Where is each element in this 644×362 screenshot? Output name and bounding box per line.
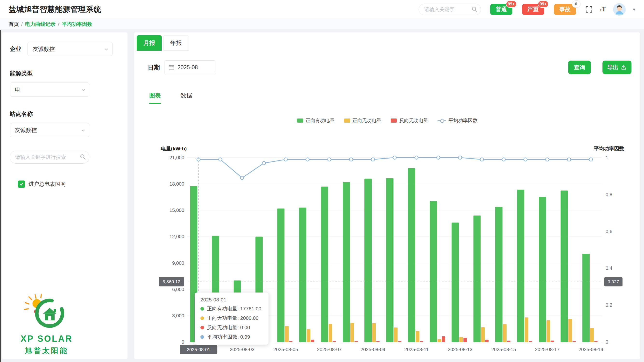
bar-正向无功电量[interactable] bbox=[285, 326, 288, 342]
tab-chart-view[interactable]: 图表 bbox=[149, 92, 161, 104]
bar-反向无功电量[interactable] bbox=[354, 341, 358, 342]
bar-反向无功电量[interactable] bbox=[333, 341, 336, 342]
line-marker[interactable] bbox=[284, 158, 287, 161]
line-marker[interactable] bbox=[436, 156, 440, 159]
bar-反向无功电量[interactable] bbox=[572, 341, 576, 342]
date-label: 日期 bbox=[148, 63, 160, 71]
bar-正向无功电量[interactable] bbox=[481, 327, 485, 342]
line-marker[interactable] bbox=[218, 158, 222, 161]
bar-反向无功电量[interactable] bbox=[398, 341, 402, 342]
bar-反向无功电量[interactable] bbox=[420, 341, 423, 342]
bar-反向无功电量[interactable] bbox=[376, 341, 380, 342]
avatar[interactable] bbox=[613, 3, 626, 16]
export-button[interactable]: 导出 bbox=[602, 60, 632, 74]
x-axis-tick: 2025-08-13 bbox=[448, 347, 472, 352]
bar-反向无功电量[interactable] bbox=[485, 340, 489, 342]
line-marker[interactable] bbox=[262, 161, 266, 165]
breadcrumb-home[interactable]: 首页 bbox=[9, 21, 19, 27]
line-marker[interactable] bbox=[393, 156, 396, 159]
line-marker[interactable] bbox=[306, 158, 309, 161]
bar-正向有功电量[interactable] bbox=[408, 168, 415, 342]
date-picker[interactable]: 2025-08 bbox=[164, 60, 216, 74]
tab-yearly-report[interactable]: 年报 bbox=[163, 35, 189, 51]
bar-正向无功电量[interactable] bbox=[503, 324, 506, 342]
bar-正向无功电量[interactable] bbox=[350, 323, 354, 342]
export-icon bbox=[621, 64, 626, 70]
tab-data-view[interactable]: 数据 bbox=[180, 92, 192, 104]
bar-正向无功电量[interactable] bbox=[394, 328, 398, 342]
line-marker[interactable] bbox=[328, 158, 331, 161]
alarm-severe-label: 严重 bbox=[528, 5, 539, 13]
bar-正向有功电量[interactable] bbox=[495, 207, 502, 342]
line-marker[interactable] bbox=[502, 158, 506, 161]
alarm-normal-button[interactable]: 普通 99+ bbox=[490, 4, 512, 15]
line-marker[interactable] bbox=[350, 158, 353, 161]
legend-item[interactable]: 正向无功电量 bbox=[344, 117, 382, 124]
bar-正向无功电量[interactable] bbox=[329, 324, 332, 342]
alarm-accident-button[interactable]: 事故 0 bbox=[554, 4, 576, 15]
bar-正向有功电量[interactable] bbox=[343, 182, 350, 342]
grid-meter-checkbox[interactable] bbox=[18, 181, 25, 188]
bar-正向有功电量[interactable] bbox=[452, 223, 459, 342]
line-marker[interactable] bbox=[415, 156, 418, 159]
line-marker[interactable] bbox=[568, 158, 571, 161]
legend-marker bbox=[297, 118, 303, 123]
bar-正向无功电量[interactable] bbox=[438, 339, 441, 342]
bar-正向有功电量[interactable] bbox=[364, 179, 372, 342]
user-menu-caret-icon[interactable]: ▾ bbox=[633, 6, 635, 12]
line-marker[interactable] bbox=[458, 156, 462, 159]
bar-正向无功电量[interactable] bbox=[459, 337, 463, 342]
bar-正向无功电量[interactable] bbox=[590, 328, 594, 342]
line-marker[interactable] bbox=[371, 158, 374, 161]
bar-反向无功电量[interactable] bbox=[289, 341, 292, 342]
bar-反向无功电量[interactable] bbox=[464, 338, 467, 342]
line-marker[interactable] bbox=[240, 176, 244, 180]
grid-meter-checkbox-label[interactable]: 进户总电表国网 bbox=[28, 181, 66, 188]
bar-反向无功电量[interactable] bbox=[594, 341, 598, 342]
bar-反向无功电量[interactable] bbox=[311, 340, 314, 342]
line-marker[interactable] bbox=[197, 158, 200, 161]
bar-正向有功电量[interactable] bbox=[582, 254, 590, 342]
line-marker[interactable] bbox=[546, 158, 549, 161]
legend-item[interactable]: 反向无功电量 bbox=[391, 117, 428, 124]
legend-item[interactable]: 正向有功电量 bbox=[297, 117, 335, 124]
bar-正向有功电量[interactable] bbox=[430, 201, 437, 342]
bar-正向有功电量[interactable] bbox=[277, 209, 284, 342]
alarm-severe-button[interactable]: 严重 99+ bbox=[522, 4, 544, 15]
tab-monthly-report[interactable]: 月报 bbox=[137, 35, 162, 51]
query-button[interactable]: 查询 bbox=[568, 60, 591, 74]
legend-item[interactable]: 平均功率因数 bbox=[438, 117, 478, 124]
search-icon[interactable] bbox=[80, 154, 86, 161]
bar-反向无功电量[interactable] bbox=[529, 341, 532, 342]
bar-正向有功电量[interactable] bbox=[474, 216, 481, 342]
bar-正向有功电量[interactable] bbox=[561, 190, 568, 342]
station-search-input[interactable] bbox=[10, 151, 89, 164]
bar-正向无功电量[interactable] bbox=[307, 329, 310, 342]
bar-反向无功电量[interactable] bbox=[550, 341, 554, 342]
line-marker[interactable] bbox=[480, 158, 484, 161]
font-size-icon[interactable]: тT bbox=[600, 6, 606, 12]
x-axis-tick: 2025-08-15 bbox=[492, 347, 516, 352]
line-marker[interactable] bbox=[524, 158, 527, 161]
bar-正向无功电量[interactable] bbox=[525, 317, 528, 342]
bar-正向有功电量[interactable] bbox=[321, 187, 328, 342]
y2-axis-tick: 0.6 bbox=[606, 229, 612, 234]
line-marker[interactable] bbox=[589, 158, 592, 161]
bar-正向无功电量[interactable] bbox=[372, 323, 376, 342]
energy-type-select[interactable]: 电 bbox=[10, 82, 89, 96]
bar-正向有功电量[interactable] bbox=[517, 190, 524, 342]
bar-反向无功电量[interactable] bbox=[507, 341, 510, 342]
breadcrumb-power-curve[interactable]: 电力曲线记录 bbox=[25, 21, 56, 27]
search-icon[interactable] bbox=[471, 6, 478, 13]
station-select[interactable]: 友诚数控 bbox=[10, 123, 89, 137]
power-factor-line[interactable] bbox=[198, 158, 591, 178]
bar-正向无功电量[interactable] bbox=[416, 331, 420, 342]
fullscreen-icon[interactable] bbox=[585, 6, 592, 13]
bar-反向无功电量[interactable] bbox=[442, 336, 445, 342]
company-select[interactable]: 友诚数控 bbox=[28, 42, 112, 56]
bar-正向有功电量[interactable] bbox=[386, 178, 394, 342]
bar-正向有功电量[interactable] bbox=[539, 197, 546, 342]
bar-正向无功电量[interactable] bbox=[568, 319, 572, 342]
bar-正向有功电量[interactable] bbox=[299, 208, 306, 342]
bar-正向无功电量[interactable] bbox=[546, 320, 550, 342]
